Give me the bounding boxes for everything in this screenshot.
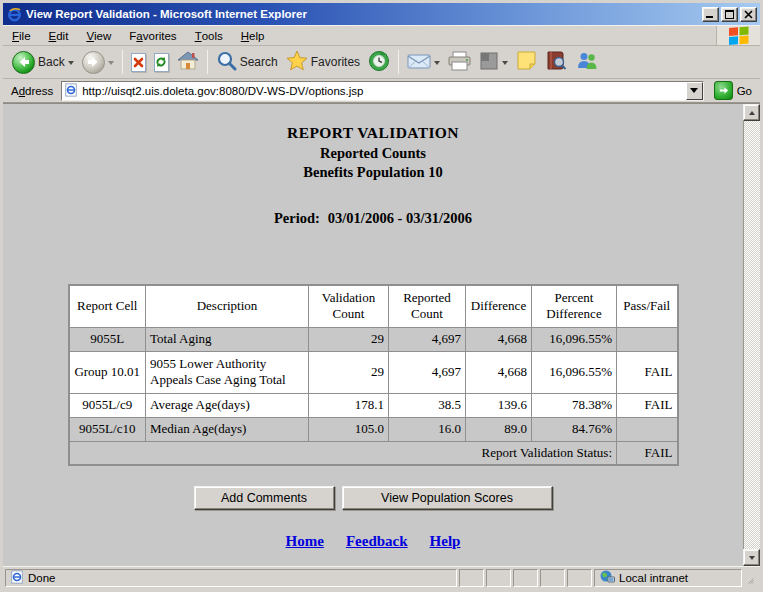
edit-button[interactable] <box>475 49 512 76</box>
address-bar: Address http://uisqt2.uis.doleta.gov:808… <box>3 79 760 103</box>
scroll-up-button[interactable] <box>743 104 760 121</box>
menu-view[interactable]: View <box>77 26 120 45</box>
description-cell: Total Aging <box>146 327 309 351</box>
close-button[interactable] <box>740 7 757 22</box>
reported-count-cell: 4,697 <box>389 327 466 351</box>
menu-item-text: ools <box>202 30 223 42</box>
search-button[interactable]: Search <box>212 48 282 76</box>
minimize-button[interactable] <box>702 7 719 22</box>
menu-item-text: vorites <box>143 30 177 42</box>
stop-button[interactable] <box>127 51 150 74</box>
address-input[interactable]: http://uisqt2.uis.doleta.gov:8080/DV-WS-… <box>61 81 703 101</box>
home-icon <box>177 51 199 74</box>
window-title: View Report Validation - Microsoft Inter… <box>26 8 700 20</box>
add-comments-button[interactable]: Add Comments <box>194 486 335 510</box>
table-footer-row: Report Validation Status: FAIL <box>69 441 678 465</box>
favorites-label: Favorites <box>311 55 360 69</box>
stop-icon <box>131 53 146 72</box>
ie-icon <box>6 6 22 22</box>
view-population-scores-button[interactable]: View Population Scores <box>342 486 553 510</box>
research-icon <box>545 50 567 74</box>
security-zone-pane: Local intranet <box>594 569 742 587</box>
home-link[interactable]: Home <box>286 533 324 550</box>
reported-count-cell: 38.5 <box>389 393 466 417</box>
page-population: Benefits Population 10 <box>3 164 743 181</box>
browser-viewport: REPORT VALIDATION Reported Counts Benefi… <box>3 103 760 566</box>
validation-status-value: FAIL <box>617 441 678 465</box>
col-header-description: Description <box>146 285 309 327</box>
resize-grip[interactable] <box>744 569 758 587</box>
table-row: 9055L/c9 Average Age(days) 178.1 38.5 13… <box>69 393 678 417</box>
forward-button[interactable] <box>78 49 118 76</box>
menu-item-text: F <box>12 30 19 42</box>
status-pane <box>459 569 484 587</box>
favorites-icon <box>286 50 308 74</box>
go-label: Go <box>737 85 752 97</box>
mail-button[interactable] <box>403 50 444 75</box>
address-label: Address <box>7 85 61 97</box>
col-header-difference: Difference <box>466 285 532 327</box>
search-icon <box>216 50 237 74</box>
scrollbar-track[interactable] <box>743 121 760 549</box>
col-header-validation-count: Validation Count <box>309 285 389 327</box>
history-button[interactable] <box>364 48 394 77</box>
percent-difference-cell: 16,096.55% <box>532 351 617 393</box>
address-url: http://uisqt2.uis.doleta.gov:8080/DV-WS-… <box>78 85 685 97</box>
scroll-up-icon <box>749 108 755 115</box>
vertical-scrollbar[interactable] <box>743 104 760 566</box>
maximize-button[interactable] <box>721 7 738 22</box>
menu-edit[interactable]: Edit <box>40 26 78 45</box>
mail-icon <box>407 52 431 73</box>
col-header-pass-fail: Pass/Fail <box>617 285 678 327</box>
difference-cell: 4,668 <box>466 351 532 393</box>
title-bar: View Report Validation - Microsoft Inter… <box>3 3 760 25</box>
menu-file[interactable]: File <box>3 26 40 45</box>
report-cell: 9055L/c10 <box>69 417 146 441</box>
print-icon <box>448 51 471 74</box>
home-button[interactable] <box>173 49 203 76</box>
status-page-icon <box>10 570 24 586</box>
pass-fail-cell: FAIL <box>617 351 678 393</box>
back-button[interactable]: Back <box>8 49 78 76</box>
windows-logo <box>716 26 760 45</box>
help-link[interactable]: Help <box>430 533 461 550</box>
validation-status-label: Report Validation Status: <box>69 441 617 465</box>
scroll-down-button[interactable] <box>743 549 760 566</box>
menu-item-text: E <box>49 30 57 42</box>
page-favicon-icon <box>64 83 78 99</box>
menu-favorites[interactable]: Favorites <box>120 26 185 45</box>
menu-item-text: H <box>241 30 249 42</box>
menu-help[interactable]: Help <box>232 26 274 45</box>
address-dropdown-button[interactable] <box>686 82 703 100</box>
intranet-globe-icon <box>599 570 615 586</box>
notes-icon <box>516 50 537 74</box>
menu-tools[interactable]: Tools <box>186 26 232 45</box>
back-icon <box>12 51 35 74</box>
status-pane <box>486 569 511 587</box>
forward-icon <box>82 51 105 74</box>
status-bar: Done Local intranet <box>3 566 760 589</box>
refresh-button[interactable] <box>150 51 173 74</box>
research-button[interactable] <box>541 48 571 76</box>
menu-item-text: F <box>129 30 136 42</box>
validation-count-cell: 29 <box>309 327 389 351</box>
edit-dropdown-icon <box>502 61 508 68</box>
messenger-button[interactable] <box>571 49 603 76</box>
favorites-button[interactable]: Favorites <box>282 48 364 76</box>
feedback-link[interactable]: Feedback <box>346 533 408 550</box>
go-button[interactable]: Go <box>710 81 756 100</box>
history-icon <box>368 50 390 75</box>
address-label-text: dress <box>25 85 53 97</box>
description-cell: Median Age(days) <box>146 417 309 441</box>
menu-item-text: dit <box>56 30 68 42</box>
notes-button[interactable] <box>512 48 541 76</box>
menu-item-text: ile <box>19 30 31 42</box>
menu-item-text: iew <box>94 30 111 42</box>
description-cell: 9055 Lower Authority Appeals Case Aging … <box>146 351 309 393</box>
print-button[interactable] <box>444 49 475 76</box>
mail-dropdown-icon <box>434 61 440 68</box>
menu-item-text: V <box>86 30 94 42</box>
difference-cell: 139.6 <box>466 393 532 417</box>
validation-count-cell: 178.1 <box>309 393 389 417</box>
action-buttons: Add Comments View Population Scores <box>3 486 743 510</box>
